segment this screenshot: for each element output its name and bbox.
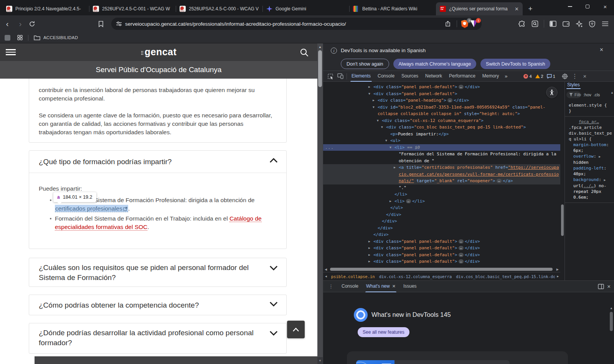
accordion-title[interactable]: ¿Qué tipo de formación podrías impartir?	[39, 157, 261, 167]
class-toggle[interactable]: .cls	[594, 92, 600, 97]
extensions-button[interactable]	[516, 18, 528, 30]
tab-elements[interactable]: Elements	[348, 71, 374, 82]
expand-ellipsis-button[interactable]: …	[459, 253, 464, 257]
dom-tree-row[interactable]: ▶<div class="panel-heading">…</div>	[323, 97, 560, 104]
disclosure-arrow-icon[interactable]: ▶	[368, 245, 370, 252]
bookmark-button[interactable]	[95, 18, 107, 30]
css-property[interactable]: overflow: ▶ hidden	[569, 153, 613, 165]
dom-tree-row[interactable]: "Formación del Sistema de Formación Prof…	[323, 151, 560, 164]
browser-tab[interactable]: Google Gemini	[262, 2, 349, 15]
accordion-title[interactable]: ¿Cómo podrías obtener la competencia doc…	[39, 300, 261, 310]
expand-ellipsis-button[interactable]: …	[459, 239, 464, 244]
dom-tree-row[interactable]: <p>Puedes impartir:</p>	[323, 131, 560, 138]
close-window-button[interactable]: ×	[596, 0, 614, 13]
stylesheet-source-link[interactable]: fpca_ar…	[569, 119, 613, 125]
drawer-close-button[interactable]: ×	[607, 283, 611, 290]
inspected-link[interactable]: certificados profesionales	[55, 205, 128, 212]
devtools-menu-button[interactable]: ⋮	[570, 71, 580, 81]
dom-tree-vertical-scrollbar[interactable]	[560, 82, 564, 267]
dock-panel-icon[interactable]	[598, 284, 604, 289]
scrollbar-thumb[interactable]	[561, 204, 564, 236]
dom-tree-row[interactable]: ▶<li>…</li>	[323, 198, 560, 205]
dom-tree-row[interactable]: ▶<div class="panel panel-default">…</div…	[323, 252, 560, 259]
devtools-close-button[interactable]: ×	[580, 71, 590, 81]
tab-memory[interactable]: Memory	[479, 71, 502, 82]
scroll-to-top-button[interactable]	[287, 321, 305, 338]
browser-tab[interactable]: Bettina - ARC Raiders Wiki	[349, 2, 436, 15]
accordion-title[interactable]: ¿Cuáles son los requisitos que se piden …	[39, 263, 261, 283]
accessibility-overlay-button[interactable]	[546, 87, 558, 98]
drawer-menu-button[interactable]: ⋮	[328, 283, 334, 289]
accordion-donde[interactable]: ¿Dónde podrías desarrollar la actividad …	[29, 323, 287, 354]
back-button[interactable]: ‹	[2, 18, 13, 30]
drawer-tab-what-s-new[interactable]: What's new✕	[362, 281, 399, 292]
dom-tree-row[interactable]: </div>	[323, 211, 560, 218]
accordion-requisitos[interactable]: ¿Cuáles son los requisitos que se piden …	[29, 258, 287, 287]
dom-tree-row[interactable]: </li>	[323, 191, 560, 198]
apps-button[interactable]	[17, 35, 23, 40]
chevron-up-icon[interactable]	[269, 158, 278, 165]
sidebar-toggle-button[interactable]	[547, 18, 559, 30]
disclosure-arrow-icon[interactable]: ▼	[385, 137, 387, 144]
errors-badge[interactable]: ✕4	[523, 74, 531, 79]
accordion-competencia[interactable]: ¿Cómo podrías obtener la competencia doc…	[29, 295, 287, 315]
browser-tab[interactable]: 2526UFV2.4.5-C-001 - WCAG W	[89, 2, 176, 15]
issues-badge[interactable]: 1	[547, 74, 555, 79]
menu-button[interactable]	[599, 18, 611, 30]
site-logo[interactable]: gencat	[0, 46, 317, 58]
dom-tree-row[interactable]: </div>	[323, 218, 560, 225]
dom-tree-row[interactable]: ...▼<li> == $0	[323, 144, 560, 151]
dom-tree-row[interactable]: </div>	[323, 231, 560, 238]
infobar-button[interactable]: Always match Chrome's language	[393, 59, 477, 69]
url-text[interactable]: serveiocupacio.gencat.cat/es/professiona…	[125, 21, 442, 27]
infobar-button[interactable]: Don't show again	[341, 59, 389, 69]
breadcrumb-item[interactable]: psible.collapse.in	[331, 274, 375, 279]
dom-tree-row[interactable]: </ul>	[323, 204, 560, 211]
chevron-down-icon[interactable]	[269, 301, 278, 308]
minimize-button[interactable]	[561, 0, 579, 13]
tab-performance[interactable]: Performance	[446, 71, 479, 82]
dom-tree-row[interactable]: ▼<div class="panel panel-default">	[323, 91, 560, 97]
disclosure-arrow-icon[interactable]: ▶	[368, 252, 370, 259]
expand-ellipsis-button[interactable]: …	[406, 199, 411, 203]
disclosure-arrow-icon[interactable]: ▶	[373, 97, 375, 104]
vpn-button[interactable]	[586, 18, 598, 30]
pseudo-state-toggle[interactable]: :hov	[583, 92, 591, 97]
scrollbar-right-arrow[interactable]: ▶	[556, 268, 559, 271]
chevron-down-icon[interactable]	[269, 265, 278, 272]
drawer-tab-console[interactable]: Console	[338, 281, 362, 292]
brave-shields-button[interactable]: 3	[460, 20, 469, 28]
reload-button[interactable]	[26, 18, 38, 30]
css-property[interactable]: background: ▶ url(../…) no-repeat 20px 0…	[569, 177, 613, 200]
infobar-close-button[interactable]: ×	[600, 46, 603, 53]
disclosure-arrow-icon[interactable]: ▼	[368, 91, 370, 97]
expand-ellipsis-button[interactable]: …	[459, 259, 464, 264]
inspect-element-button[interactable]	[325, 71, 335, 81]
css-property[interactable]: padding-left: 40px;	[569, 165, 613, 177]
scrollbar-thumb[interactable]	[330, 268, 553, 271]
dom-tree-row[interactable]: ▶<div class="panel panel-default">…</div…	[323, 84, 560, 91]
browser-tab[interactable]: 2526UPSA2.4.5-C-000 - WCAG V	[176, 2, 262, 15]
drawer-tab-close-button[interactable]: ✕	[392, 284, 396, 288]
settings-button[interactable]	[560, 71, 570, 81]
styles-filter-input[interactable]: Filter	[566, 91, 581, 98]
tab-network[interactable]: Network	[422, 71, 446, 82]
maximize-button[interactable]	[579, 0, 596, 13]
tab-styles[interactable]: Styles	[567, 82, 580, 87]
breadcrumb-item[interactable]: div.cos_bloc.basic_text_peq.pd-15.link-d…	[456, 274, 555, 279]
css-property[interactable]: margin-bottom: 6px;	[569, 142, 613, 153]
site-subtitle[interactable]: Servei Públic d'Ocupació de Catalunya	[0, 61, 317, 79]
dom-tree-row[interactable]: ▶<a title="certificados profesionales" h…	[323, 164, 560, 184]
chevron-down-icon[interactable]	[269, 330, 278, 337]
scrollbar-thumb[interactable]	[318, 50, 322, 87]
bookmark-favicon-placeholder[interactable]	[5, 35, 10, 41]
dom-tree-row[interactable]: ▶<div class="panel panel-default">…</div…	[323, 258, 560, 265]
warnings-badge[interactable]: 2	[535, 74, 543, 79]
disclosure-arrow-icon[interactable]: ▼	[381, 124, 383, 131]
dom-tree-row[interactable]: ▼<div class="col-xs-12 columna_esquerra"…	[323, 117, 560, 124]
leo-ai-button[interactable]	[573, 18, 585, 30]
dom-tree-row[interactable]: ▼<ul>	[323, 137, 560, 144]
disclosure-arrow-icon[interactable]: ▶	[390, 198, 391, 205]
device-toolbar-button[interactable]	[335, 71, 345, 81]
tab-close-button[interactable]: ✕	[515, 7, 519, 12]
